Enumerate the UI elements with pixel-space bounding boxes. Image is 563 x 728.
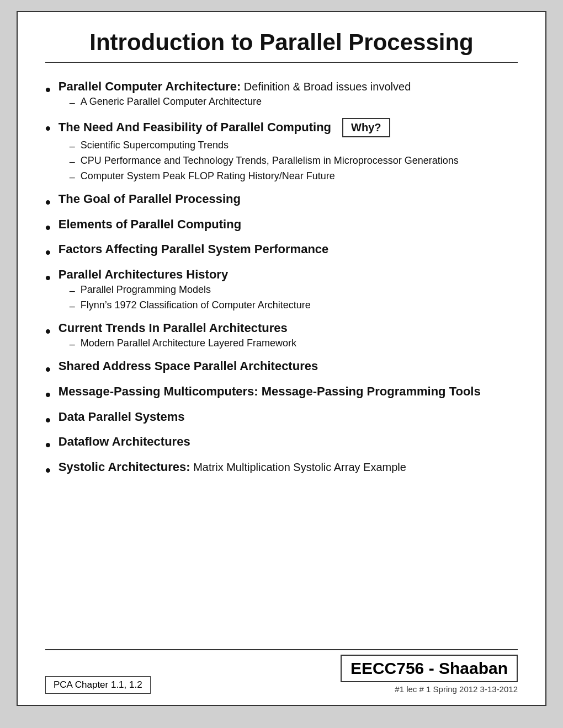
item-bold-text: Systolic Architectures: [59,460,190,474]
bullet-dot: • [45,436,51,454]
item-text: The Goal of Parallel Processing [59,192,518,206]
list-item: – CPU Performance and Technology Trends,… [70,155,518,169]
bullet-dot: • [45,360,51,379]
list-item: • Message-Passing Multicomputers: Messag… [45,384,518,404]
item-normal-text: Definition & Broad issues involved [241,81,411,93]
item-text: Systolic Architectures: Matrix Multiplic… [59,460,518,474]
item-normal-text: Matrix Multiplication Systolic Array Exa… [190,461,406,473]
item-bold-text: The Goal of Parallel Processing [59,192,241,206]
bullet-dot: • [45,218,51,237]
list-item: • Elements of Parallel Computing [45,217,518,237]
bullet-dot: • [45,461,51,480]
item-bold-text: Elements of Parallel Computing [59,217,241,231]
bullet-dot: • [45,81,51,99]
footer-area: PCA Chapter 1.1, 1.2 EECC756 - Shaaban #… [45,649,518,694]
sub-item-text: Parallel Programming Models [81,284,211,296]
bullet-dot: • [45,193,51,212]
item-text: The Need And Feasibility of Parallel Com… [59,118,518,187]
item-text: Data Parallel Systems [59,410,518,424]
list-item: • Data Parallel Systems [45,410,518,430]
bullet-dot: • [45,386,51,404]
bullet-dot: • [45,411,51,430]
item-text: Parallel Architectures History – Paralle… [59,267,518,315]
list-item: • Factors Affecting Parallel System Perf… [45,242,518,262]
bullet-dot: • [45,119,51,138]
list-item: • Shared Address Space Parallel Architec… [45,359,518,379]
list-item: • The Goal of Parallel Processing [45,192,518,212]
list-item: • Parallel Computer Architecture: Defini… [45,79,518,112]
list-item: – Scientific Supercomputing Trends [70,140,518,153]
sub-dash: – [70,299,75,313]
footer-info: #1 lec # 1 Spring 2012 3-13-2012 [395,684,518,694]
main-list: • Parallel Computer Architecture: Defini… [45,79,518,479]
item-text: Shared Address Space Parallel Architectu… [59,359,518,373]
list-item: • Systolic Architectures: Matrix Multipl… [45,460,518,480]
sub-item-text: CPU Performance and Technology Trends, P… [81,155,459,167]
sub-list: – Modern Parallel Architecture Layered F… [70,338,518,351]
sub-list: – Scientific Supercomputing Trends – CPU… [70,140,518,185]
item-bold-text: Dataflow Architectures [59,435,190,448]
bullet-dot: • [45,243,51,262]
list-item: • Dataflow Architectures [45,435,518,454]
item-bold-text: Parallel Computer Architecture: [59,79,241,93]
item-bold-text: Factors Affecting Parallel System Perfor… [59,242,328,256]
sub-item-text: Modern Parallel Architecture Layered Fra… [81,338,296,349]
footer-right: EECC756 - Shaaban #1 lec # 1 Spring 2012… [341,655,518,694]
sub-item-text: Flynn’s 1972 Classification of Computer … [81,299,311,311]
sub-dash: – [70,170,75,184]
item-bold-text: Current Trends In Parallel Architectures [59,321,288,335]
list-item: • Parallel Architectures History – Paral… [45,267,518,315]
list-item: • Current Trends In Parallel Architectur… [45,321,518,354]
sub-dash: – [70,338,75,351]
sub-dash: – [70,155,75,169]
item-text: Current Trends In Parallel Architectures… [59,321,518,354]
list-item: • The Need And Feasibility of Parallel C… [45,118,518,187]
item-text: Message-Passing Multicomputers: Message-… [59,384,518,399]
list-item: – Modern Parallel Architecture Layered F… [70,338,518,351]
slide-title: Introduction to Parallel Processing [45,29,518,63]
item-inline: The Need And Feasibility of Parallel Com… [59,118,518,137]
item-text: Parallel Computer Architecture: Definiti… [59,79,518,112]
item-text: Factors Affecting Parallel System Perfor… [59,242,518,256]
item-bold-text: The Need And Feasibility of Parallel Com… [59,120,331,135]
sub-dash: – [70,284,75,298]
list-item: – Flynn’s 1972 Classification of Compute… [70,299,518,313]
sub-list: – Parallel Programming Models – Flynn’s … [70,284,518,313]
sub-item-text: A Generic Parallel Computer Architecture [81,96,262,108]
content-area: • Parallel Computer Architecture: Defini… [45,79,518,638]
list-item: – Parallel Programming Models [70,284,518,298]
slide-container: Introduction to Parallel Processing • Pa… [17,11,546,706]
item-bold-text: Data Parallel Systems [59,410,185,424]
item-bold-text: Message-Passing Multicomputers: Message-… [59,384,481,398]
item-bold-text: Parallel Architectures History [59,267,228,281]
bullet-dot: • [45,269,51,287]
footer-course-box: EECC756 - Shaaban [341,655,518,682]
item-bold-text: Shared Address Space Parallel Architectu… [59,359,318,373]
footer-chapter-box: PCA Chapter 1.1, 1.2 [45,676,151,694]
sub-dash: – [70,140,75,153]
sub-item-text: Computer System Peak FLOP Rating History… [81,170,335,182]
item-text: Elements of Parallel Computing [59,217,518,232]
item-text: Dataflow Architectures [59,435,518,449]
sub-dash: – [70,96,75,110]
sub-list: – A Generic Parallel Computer Architectu… [70,96,518,110]
why-box: Why? [342,118,390,137]
bullet-dot: • [45,322,51,341]
list-item: – Computer System Peak FLOP Rating Histo… [70,170,518,184]
list-item: – A Generic Parallel Computer Architectu… [70,96,518,110]
sub-item-text: Scientific Supercomputing Trends [81,140,229,151]
